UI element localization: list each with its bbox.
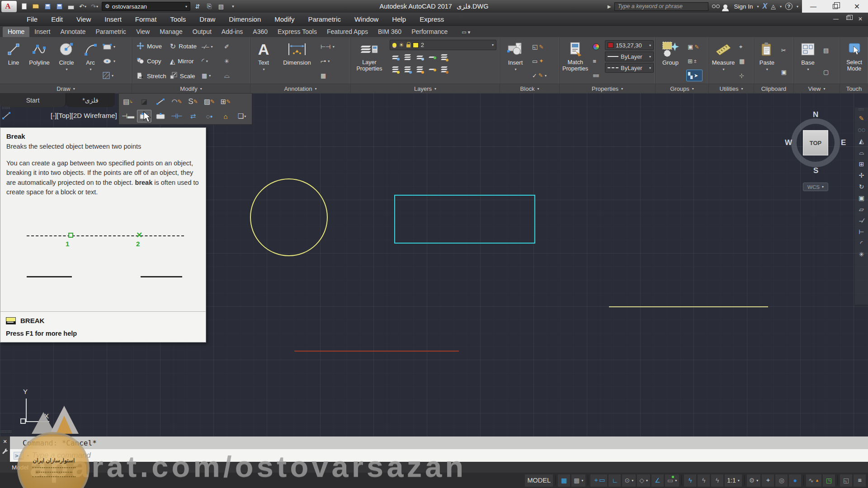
workspace-switching-icon[interactable]: ⚙▾ [747, 474, 761, 487]
menu-help[interactable]: Help [385, 13, 413, 25]
menu-tools[interactable]: Tools [163, 13, 193, 25]
viewcube-south[interactable]: S [813, 166, 818, 175]
tab-output[interactable]: Output [188, 27, 217, 37]
circle-flyout-icon[interactable]: ▾ [66, 67, 67, 71]
mirror-button[interactable]: ◭ Mirror [170, 55, 197, 67]
viewport-controls[interactable]: [-][Top][2D Wireframe] [51, 112, 117, 119]
edit-polyline-icon[interactable]: ◠✎ [170, 95, 184, 108]
arc-button[interactable]: Arc ▾ [80, 39, 101, 84]
polyline-button[interactable]: Polyline [25, 39, 53, 84]
save-as-icon[interactable] [55, 2, 64, 11]
clipboard-panel-label[interactable]: Clipboard [754, 84, 793, 93]
properties-panel-label[interactable]: Properties▾ [560, 84, 655, 93]
mirror-tool-icon[interactable]: ◭ [859, 137, 864, 145]
crosshair-icon[interactable]: ＋ [762, 474, 774, 487]
table-icon[interactable]: ▦ [319, 70, 343, 81]
delete-duplicates-icon[interactable]: ⌂ [218, 110, 233, 122]
doc-minimize-button[interactable]: — [833, 16, 839, 22]
hardware-acceleration-icon[interactable]: ● [789, 474, 801, 487]
annotation-scale-value[interactable]: 1:1▾ [725, 474, 741, 487]
menu-window[interactable]: Window [348, 13, 385, 25]
edit-spline-icon[interactable]: S✎ [186, 95, 200, 108]
layer-freeze-icon[interactable] [417, 56, 423, 59]
isometric-drafting-icon[interactable]: ◇▾ [637, 474, 650, 487]
annotation-scale-icon[interactable]: ϟ [711, 474, 723, 487]
menu-format[interactable]: Format [128, 13, 164, 25]
layer-lock-tool-icon[interactable] [429, 56, 435, 58]
lengthen-icon[interactable] [153, 95, 168, 108]
tab-express-tools[interactable]: Express Tools [273, 27, 322, 37]
layer-make-current-icon[interactable] [392, 66, 398, 72]
fullscreen-icon[interactable]: ◱ [840, 474, 852, 487]
create-block-icon[interactable]: ▭✦ [531, 55, 554, 67]
isolate-objects-icon[interactable]: ◎ [775, 474, 788, 487]
dynamic-input-icon[interactable]: ＋▭ [590, 474, 607, 487]
menu-draw[interactable]: Draw [193, 13, 222, 25]
drawn-rectangle[interactable] [394, 195, 535, 244]
set-bylayer-icon[interactable]: ▤↳ [121, 95, 135, 108]
layer-match-icon[interactable] [441, 54, 447, 60]
layer-previous-icon[interactable] [405, 66, 410, 72]
edit-array-icon[interactable]: ⊞✎ [218, 95, 233, 108]
view-panel-label[interactable]: View▾ [794, 84, 840, 93]
match-properties-button[interactable]: Match Properties [561, 39, 589, 84]
group-edit-icon[interactable]: ⊞± [686, 55, 703, 67]
transfer-icon[interactable]: ⇵ [193, 2, 202, 11]
viewcube-north[interactable]: N [813, 110, 818, 119]
tab-home[interactable]: Home [3, 27, 29, 37]
open-icon[interactable] [31, 2, 40, 11]
trim-tool-icon[interactable]: –∕ [859, 217, 863, 224]
move-button[interactable]: Move [137, 40, 166, 52]
linetype-list-icon[interactable]: ≡≡ [591, 70, 603, 81]
menu-file[interactable]: File [20, 13, 44, 25]
color-wheel-icon[interactable] [591, 41, 603, 53]
insert-flyout-icon[interactable]: ▾ [514, 67, 516, 71]
trim-icon[interactable]: –∕–▾ [200, 41, 219, 53]
erase-tool-icon[interactable]: ✎ [859, 115, 864, 122]
modify-panel-label[interactable]: Modify▾ [132, 84, 250, 93]
draw-order-icon[interactable]: ❏▾ [235, 110, 249, 122]
array-tool-icon[interactable]: ⊞ [859, 160, 864, 168]
tab-insert[interactable]: Insert [29, 27, 55, 37]
menu-insert[interactable]: Insert [98, 13, 128, 25]
model-space-button[interactable]: MODEL [525, 474, 553, 487]
search-icon[interactable] [712, 5, 720, 8]
commandline-grip[interactable]: ∷∷∷∷ [1, 431, 11, 436]
exchange-apps-icon[interactable]: X [763, 2, 768, 10]
arc-flyout-icon[interactable]: ▾ [90, 67, 91, 71]
copy-button[interactable]: Copy [137, 55, 166, 67]
help-icon[interactable]: ? [785, 3, 793, 10]
qat-dropdown-icon[interactable]: ▼ [228, 2, 237, 11]
menu-express[interactable]: Express [413, 13, 451, 25]
paste-flyout-icon[interactable]: ▾ [766, 67, 768, 71]
clean-screen-icon[interactable]: ◳ [823, 474, 835, 487]
edit-hatch-icon[interactable]: ▨✎ [202, 95, 217, 108]
rectangle-tool-icon[interactable]: ▾ [101, 41, 127, 53]
copy-tool-icon[interactable]: ◌◌ [858, 126, 865, 133]
cut-icon[interactable]: ✂ [780, 45, 792, 56]
leader-icon[interactable]: ⌐•▾ [319, 55, 343, 67]
block-panel-label[interactable]: Block▾ [500, 84, 559, 93]
viewcube-east[interactable]: E [841, 138, 846, 147]
wcs-selector[interactable]: WCS▾ [803, 183, 828, 191]
tab-performance[interactable]: Performance [406, 27, 453, 37]
polar-tracking-icon[interactable]: ⊙▾ [622, 474, 636, 487]
copy-clip-icon[interactable]: ▣ [780, 66, 792, 78]
fillet-icon[interactable]: ◜▾ [200, 55, 219, 67]
layout-icon[interactable]: ▤ [217, 2, 226, 11]
workspace-switcher[interactable]: ⚙ ostovarsazan ▾ [102, 2, 190, 11]
layer-properties-button[interactable]: Layer Properties [353, 39, 386, 84]
move-tool-icon[interactable]: ✢ [859, 172, 864, 179]
rotate-button[interactable]: ↻ Rotate [170, 40, 197, 52]
object-color-combo[interactable]: 153,27,30 ▾ [605, 40, 654, 50]
explode-tool-icon[interactable]: ✳ [859, 251, 864, 258]
offset-tool-icon[interactable]: ⌓ [859, 149, 864, 156]
autoscale-icon[interactable]: ϟ [698, 474, 710, 487]
drawn-circle[interactable] [250, 178, 328, 256]
edit-block-icon[interactable]: ◱✎ [531, 41, 554, 53]
layer-unlock-icon[interactable] [429, 69, 435, 70]
object-snap-icon[interactable]: ▭▾ [665, 474, 679, 487]
toolbar-grip[interactable]: ∷∷∷ [2, 108, 10, 109]
commandline-customize-wrench-icon[interactable] [2, 448, 8, 454]
utilities-panel-label[interactable]: Utilities▾ [709, 84, 754, 93]
